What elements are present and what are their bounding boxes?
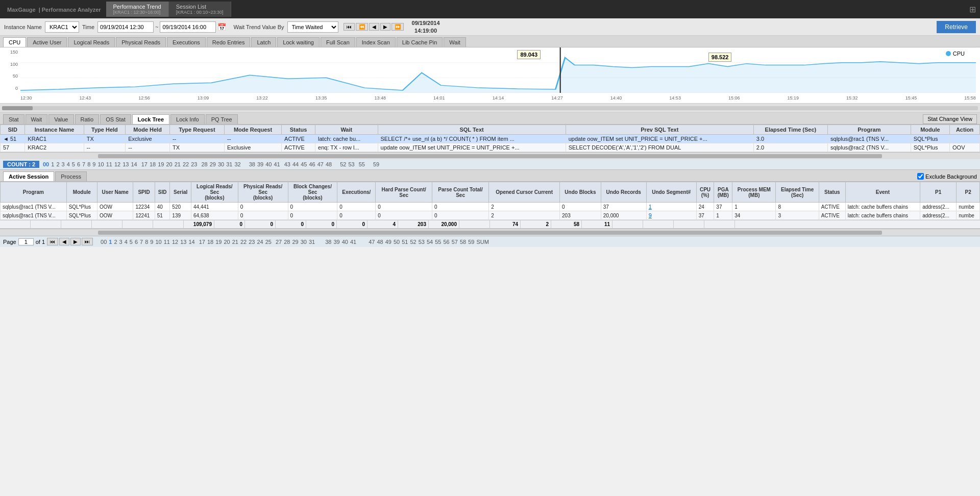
lock-table-row[interactable]: ◄ 51KRAC1TXExclusive----ACTIVElatch: cac… [1,135,980,143]
page-num-top[interactable]: 28 [201,161,208,167]
page-num-top[interactable]: 19 [157,161,164,167]
lock-table-row[interactable]: 57KRAC2----TXExclusiveACTIVEenq: TX - ro… [1,143,980,152]
page-num-bottom[interactable]: 7 [139,239,143,245]
page-num-top[interactable]: 38 [249,161,256,167]
page-num-bottom[interactable]: 9 [150,239,154,245]
time-from-input[interactable] [97,21,154,33]
page-num-bottom[interactable]: 38 [325,239,332,245]
page-num-top[interactable]: 7 [82,161,86,167]
page-num-top[interactable]: 23 [190,161,198,167]
page-num-top[interactable]: 2 [56,161,60,167]
page-num-top[interactable]: 20 [165,161,173,167]
session-tab-process[interactable]: Process [55,171,87,181]
page-num-top[interactable]: 31 [226,161,233,167]
page-num-bottom[interactable]: 54 [426,239,433,245]
chart-tab-lock-waiting[interactable]: Lock waiting [277,37,320,47]
page-num-bottom[interactable]: 18 [207,239,214,245]
chart-tab-lib-cache-pin[interactable]: Lib Cache Pin [397,37,443,47]
page-num-bottom[interactable]: 31 [308,239,315,245]
page-num-top[interactable]: 18 [149,161,156,167]
session-table-hscrollbar[interactable] [0,229,980,236]
grid-icon[interactable]: ⊞ [969,5,976,14]
bottom-nav-next[interactable]: ▶ [70,238,81,245]
page-num-bottom[interactable]: 52 [409,239,416,245]
chart-tab-latch[interactable]: Latch [251,37,276,47]
page-num-top[interactable]: 12 [114,161,121,167]
page-num-top[interactable]: 10 [97,161,104,167]
page-num-bottom[interactable]: 53 [418,239,425,245]
page-num-bottom[interactable]: 48 [376,239,383,245]
page-input[interactable] [18,238,34,245]
page-num-bottom[interactable]: 13 [180,239,187,245]
page-num-bottom[interactable]: 23 [248,239,255,245]
chart-tab-redo-entries[interactable]: Redo Entries [207,37,251,47]
nav-first[interactable]: ⏮ [344,23,355,31]
page-num-top[interactable]: 30 [217,161,225,167]
page-num-top[interactable]: 47 [317,161,324,167]
hscrollbar-thumb[interactable] [98,154,882,158]
page-num-bottom[interactable]: 29 [291,239,299,245]
sub-tab-lock-tree[interactable]: Lock Tree [132,114,169,124]
chart-tab-cpu[interactable]: CPU [3,37,26,47]
page-num-bottom[interactable]: 27 [275,239,282,245]
page-num-bottom[interactable]: 21 [232,239,239,245]
page-num-bottom[interactable]: 6 [134,239,138,245]
page-num-top[interactable]: 4 [66,161,70,167]
bottom-nav-last[interactable]: ⏭ [82,238,93,245]
chart-tab-logical-reads[interactable]: Logical Reads [68,37,115,47]
page-num-bottom[interactable]: 24 [256,239,263,245]
mini-scroll[interactable] [0,104,980,113]
page-num-top[interactable]: 32 [234,161,241,167]
page-num-top[interactable]: 45 [300,161,307,167]
page-num-top[interactable]: 52 [339,161,347,167]
page-num-top[interactable]: 9 [92,161,96,167]
page-num-top[interactable]: 46 [308,161,315,167]
session-table-row[interactable]: sqlplus@rac1 (TNS V...SQL*PlusOOW1223440… [1,203,980,211]
page-num-bottom[interactable]: 20 [223,239,230,245]
page-num-bottom[interactable]: 58 [459,239,467,245]
page-num-top[interactable]: 13 [122,161,129,167]
chart-tab-full-scan[interactable]: Full Scan [321,37,355,47]
sub-tab-lock-info[interactable]: Lock Info [170,114,205,124]
page-num-bottom[interactable]: 57 [451,239,458,245]
undo-seg-link[interactable]: 9 [649,212,652,218]
page-num-bottom[interactable]: 10 [155,239,162,245]
page-num-bottom[interactable]: 56 [443,239,450,245]
page-num-bottom[interactable]: 1 [108,239,112,245]
page-num-top[interactable]: 1 [51,161,55,167]
exclude-background-checkbox[interactable] [917,173,924,180]
page-num-bottom[interactable]: 14 [188,239,195,245]
chart-tab-active-user[interactable]: Active User [27,37,67,47]
page-num-top[interactable]: 55 [358,161,365,167]
stat-change-button[interactable]: Stat Change View [923,114,977,124]
wait-trend-select[interactable]: Time Waited [287,21,338,33]
page-num-top[interactable]: 59 [373,161,380,167]
page-num-bottom[interactable]: 12 [172,239,179,245]
sub-tab-os-stat[interactable]: OS Stat [100,114,131,124]
header-tab-session-list[interactable]: Session List [KRAC1 : 00:10~23:30] [169,2,231,17]
bottom-nav-prev[interactable]: ◀ [59,238,69,245]
page-num-top[interactable]: 5 [71,161,76,167]
page-num-bottom[interactable]: 55 [434,239,442,245]
session-table-row[interactable]: sqlplus@rac1 (TNS V...SQL*PlusOOW1224151… [1,211,980,220]
undo-seg-link[interactable]: 1 [649,204,652,210]
sub-tab-ratio[interactable]: Ratio [75,114,100,124]
page-num-bottom[interactable]: 4 [124,239,128,245]
page-num-top[interactable]: 48 [325,161,332,167]
page-num-top[interactable]: 14 [130,161,137,167]
page-num-bottom[interactable]: 51 [401,239,408,245]
header-tab-performance-trend[interactable]: Performance Trend [KRAC1 : 12:30~16:00] [106,2,169,17]
page-num-top[interactable]: 39 [257,161,264,167]
page-num-top[interactable]: 53 [348,161,355,167]
page-num-top[interactable]: 3 [61,161,65,167]
chart-tab-wait[interactable]: Wait [444,37,466,47]
instance-select[interactable]: KRAC1 [45,21,79,33]
page-num-bottom[interactable]: 47 [368,239,375,245]
page-num-bottom[interactable]: SUM [476,239,489,245]
page-num-bottom[interactable]: 00 [100,239,107,245]
page-num-bottom[interactable]: 22 [240,239,247,245]
page-num-top[interactable]: 00 [42,161,50,167]
page-num-bottom[interactable]: 30 [300,239,307,245]
page-num-bottom[interactable]: 19 [215,239,222,245]
page-num-bottom[interactable]: 39 [333,239,340,245]
